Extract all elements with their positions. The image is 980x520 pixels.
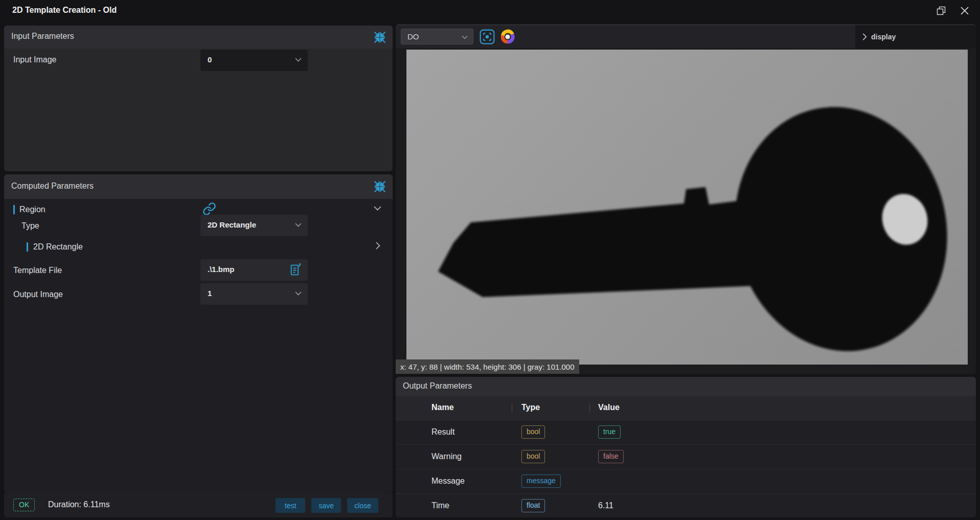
camera-image[interactable] [406,50,968,365]
table-row: Warning bool false [396,444,976,469]
input-parameters-panel: Input Parameters Input Image 0 [4,26,393,171]
collapse-section-icon[interactable] [373,180,386,193]
image-source-value: DO [407,32,419,41]
value-badge: true [598,425,621,439]
collapse-section-icon[interactable] [373,31,386,44]
input-parameters-header: Input Parameters [4,26,393,49]
fit-view-icon[interactable] [480,29,495,44]
type-badge: float [521,499,545,512]
computed-parameters-header: Computed Parameters [4,174,393,199]
region-marker [13,205,15,214]
output-parameters-panel: Output Parameters Name Type Value Result… [396,377,976,517]
status-badge: OK [13,499,35,511]
type-badge: bool [521,425,545,439]
input-image-label: Input Image [13,55,57,64]
rectangle-marker [27,242,28,252]
column-name: Name [431,403,454,412]
output-image-value: 1 [208,289,212,298]
param-value-cell: 6.11 [598,499,613,508]
region-expand-chevron-icon[interactable] [374,206,381,211]
param-name: Warning [431,452,462,461]
input-image-dropdown[interactable]: 0 [200,50,308,71]
column-type: Type [521,403,540,412]
column-divider [512,403,512,413]
table-row: Result bool true [396,420,976,444]
rectangle-expand-chevron-icon[interactable] [376,242,380,250]
file-browse-icon[interactable] [289,263,303,277]
output-table-header: Name Type Value [396,396,976,420]
param-type-cell: float [521,499,545,512]
column-divider [589,403,590,413]
type-badge: message [521,474,561,488]
template-file-label: Template File [13,266,62,275]
chevron-down-icon [295,58,302,62]
key-silhouette [406,50,968,365]
rectangle-label: 2D Rectangle [33,242,83,252]
chevron-right-icon [862,33,867,40]
template-file-value: .\1.bmp [208,265,235,274]
link-icon[interactable] [202,202,216,216]
table-row: Time float 6.11 [396,493,976,518]
value-badge: false [598,450,624,463]
chevron-down-icon [295,291,302,296]
region-type-label: Type [21,221,39,231]
title-bar: 2D Template Creation - Old [0,0,980,21]
type-badge: bool [521,450,545,463]
param-type-cell: bool [521,425,545,439]
pixel-status-text: x: 47, y: 88 | width: 534, height: 306 |… [400,363,575,371]
param-name: Time [431,501,449,510]
region-label: Region [19,205,45,214]
display-panel-toggle[interactable]: display [855,25,976,49]
duration-text: Duration: 6.11ms [48,500,110,509]
value-text: 6.11 [598,501,613,510]
param-value-cell: true [598,425,621,439]
window-title: 2D Template Creation - Old [12,6,117,15]
chevron-down-icon [295,223,302,227]
param-value-cell: false [598,450,624,463]
input-parameters-title: Input Parameters [11,32,74,41]
param-type-cell: message [521,474,561,488]
close-button[interactable]: close [347,498,378,513]
test-button[interactable]: test [276,498,305,513]
template-file-input[interactable]: .\1.bmp [200,259,308,281]
computed-parameters-title: Computed Parameters [11,182,94,191]
image-source-dropdown[interactable]: DO [401,29,473,44]
param-name: Result [431,427,454,437]
image-viewer-panel: DO display [396,25,976,374]
viewer-toolbar: DO display [396,25,976,48]
computed-parameters-panel: Computed Parameters Region Type 2D Recta [4,174,393,493]
input-image-value: 0 [208,55,212,64]
table-row: Message message [396,469,976,493]
param-type-cell: bool [521,450,545,463]
region-type-value: 2D Rectangle [208,220,256,229]
param-name: Message [431,477,465,486]
output-parameters-header: Output Parameters [396,377,976,396]
save-button[interactable]: save [311,498,341,513]
column-value: Value [598,403,620,412]
region-type-dropdown[interactable]: 2D Rectangle [200,215,308,236]
output-image-label: Output Image [13,290,63,299]
output-image-dropdown[interactable]: 1 [200,283,308,305]
color-palette-icon[interactable] [499,29,516,45]
restore-window-icon[interactable] [934,4,948,17]
output-parameters-title: Output Parameters [403,381,472,391]
chevron-down-icon [462,35,468,39]
pixel-status-bar: x: 47, y: 88 | width: 534, height: 306 |… [396,359,579,374]
close-window-icon[interactable] [958,4,972,17]
dialog-footer: OK Duration: 6.11ms test save close [4,493,393,517]
display-panel-label: display [871,33,896,41]
